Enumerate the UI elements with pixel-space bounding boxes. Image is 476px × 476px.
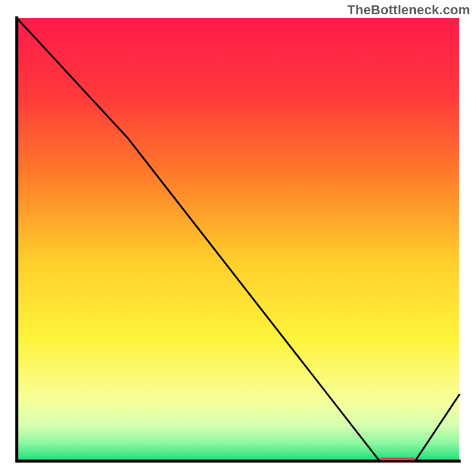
plot-background bbox=[17, 18, 459, 461]
bottleneck-chart bbox=[0, 0, 476, 476]
